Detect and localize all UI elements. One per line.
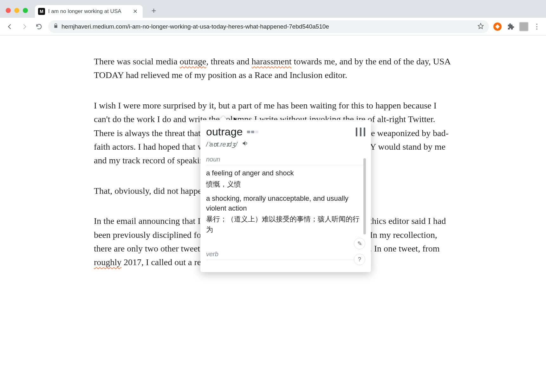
lock-icon [53, 23, 58, 30]
help-button[interactable]: ? [354, 254, 365, 265]
window-controls [6, 8, 28, 13]
popup-scrollbar[interactable] [363, 158, 366, 234]
definition-1-zh: 愤慨，义愤 [206, 179, 365, 189]
edit-button[interactable]: ✎ [354, 238, 365, 249]
paragraph-1: There was social media outrage, threats … [94, 55, 452, 82]
close-window-button[interactable] [6, 8, 11, 13]
highlighted-word-harassment[interactable]: harassment [252, 56, 292, 66]
maximize-window-button[interactable] [23, 8, 28, 13]
tab-strip: M I am no longer working at USA ✕ + [0, 0, 546, 18]
divider [206, 165, 365, 165]
forward-button[interactable] [19, 21, 30, 32]
medium-favicon: M [38, 8, 45, 15]
profile-avatar[interactable] [519, 22, 528, 31]
back-button[interactable] [4, 21, 15, 32]
frequency-indicator [247, 131, 258, 133]
play-audio-button[interactable] [242, 140, 249, 149]
definition-2-zh: 暴行；（道义上）难以接受的事情；骇人听闻的行为 [206, 214, 365, 235]
address-bar[interactable]: hemjhaveri.medium.com/i-am-no-longer-wor… [48, 20, 489, 33]
part-of-speech-noun: noun [206, 156, 365, 163]
extensions-puzzle-icon[interactable] [506, 22, 516, 31]
page-content: There was social media outrage, threats … [0, 36, 546, 269]
layout-toggle-button[interactable] [356, 127, 365, 136]
minimize-window-button[interactable] [14, 8, 19, 13]
dictionary-popup: outrage /ˈaʊt.reɪdʒ/ noun a feeling of a… [200, 120, 371, 272]
highlighted-word-roughly[interactable]: roughly [94, 257, 121, 267]
highlighted-word-outrage[interactable]: outrage [180, 56, 206, 66]
chrome-menu-button[interactable]: ⋮ [532, 23, 542, 31]
url-text: hemjhaveri.medium.com/i-am-no-longer-wor… [62, 23, 474, 30]
dict-word: outrage [206, 126, 243, 138]
toolbar: hemjhaveri.medium.com/i-am-no-longer-wor… [0, 18, 546, 36]
new-tab-button[interactable]: + [148, 5, 159, 16]
bookmark-star-icon[interactable] [478, 23, 484, 30]
browser-tab[interactable]: M I am no longer working at USA ✕ [35, 5, 143, 18]
reload-button[interactable] [34, 21, 44, 32]
definition-1-en: a feeling of anger and shock [206, 168, 365, 178]
dict-header: outrage [206, 126, 365, 138]
svg-marker-0 [478, 23, 484, 29]
definition-2-en: a shocking, morally unacceptable, and us… [206, 194, 365, 213]
tab-title: I am no longer working at USA [48, 8, 131, 15]
close-tab-button[interactable]: ✕ [131, 8, 140, 15]
pronunciation: /ˈaʊt.reɪdʒ/ [206, 140, 237, 148]
browser-chrome: M I am no longer working at USA ✕ + hemj… [0, 0, 546, 36]
extension-dictionary-icon[interactable] [493, 22, 502, 31]
